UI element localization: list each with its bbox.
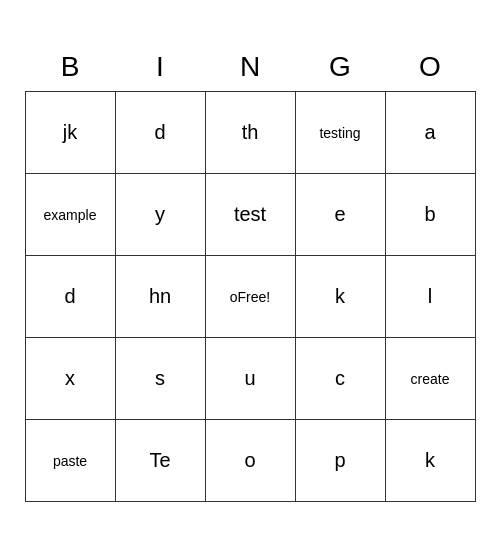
cell-4-3: p (295, 420, 385, 502)
cell-0-2: th (205, 92, 295, 174)
cell-4-0: paste (25, 420, 115, 502)
cell-1-4: b (385, 174, 475, 256)
cell-0-4: a (385, 92, 475, 174)
cell-2-4: l (385, 256, 475, 338)
table-row-0: jkdthtestinga (25, 92, 475, 174)
cell-4-1: Te (115, 420, 205, 502)
bingo-container: BINGO jkdthtestingaexampleytestebdhnoFre… (25, 42, 476, 503)
cell-3-1: s (115, 338, 205, 420)
cell-3-3: c (295, 338, 385, 420)
cell-0-1: d (115, 92, 205, 174)
bingo-body: jkdthtestingaexampleytestebdhnoFree!klxs… (25, 92, 475, 502)
header-B: B (25, 42, 115, 92)
cell-4-2: o (205, 420, 295, 502)
cell-3-0: x (25, 338, 115, 420)
header-N: N (205, 42, 295, 92)
cell-2-1: hn (115, 256, 205, 338)
cell-3-4: create (385, 338, 475, 420)
cell-1-1: y (115, 174, 205, 256)
cell-0-0: jk (25, 92, 115, 174)
table-row-1: exampleytesteb (25, 174, 475, 256)
cell-1-0: example (25, 174, 115, 256)
cell-2-0: d (25, 256, 115, 338)
table-row-2: dhnoFree!kl (25, 256, 475, 338)
cell-4-4: k (385, 420, 475, 502)
cell-2-3: k (295, 256, 385, 338)
cell-0-3: testing (295, 92, 385, 174)
table-row-3: xsuccreate (25, 338, 475, 420)
bingo-table: BINGO jkdthtestingaexampleytestebdhnoFre… (25, 42, 476, 503)
cell-3-2: u (205, 338, 295, 420)
table-row-4: pasteTeopk (25, 420, 475, 502)
cell-2-2: oFree! (205, 256, 295, 338)
cell-1-2: test (205, 174, 295, 256)
bingo-header-row: BINGO (25, 42, 475, 92)
header-G: G (295, 42, 385, 92)
cell-1-3: e (295, 174, 385, 256)
header-O: O (385, 42, 475, 92)
header-I: I (115, 42, 205, 92)
